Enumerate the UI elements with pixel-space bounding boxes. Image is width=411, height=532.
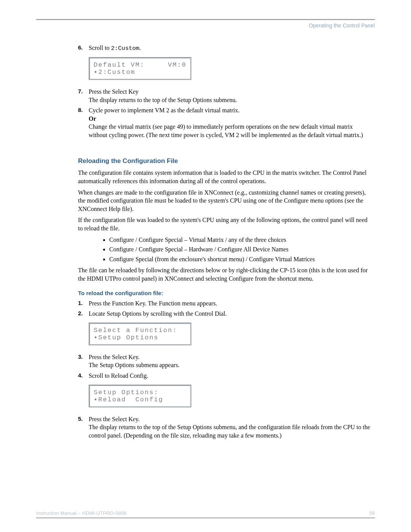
- lcd-text: ▪Setup Options: [94, 334, 159, 341]
- step-number: 2.: [78, 310, 89, 318]
- step-number: 8.: [78, 106, 89, 139]
- lcd-line: Default VM: VM:0: [94, 61, 186, 69]
- step-text: Cycle power to implement VM 2 as the def…: [89, 106, 371, 115]
- step-number: 6.: [78, 44, 89, 53]
- step-text: The display returns to the top of the Se…: [89, 423, 371, 439]
- step-body: Press the Function Key. The Function men…: [89, 299, 371, 308]
- step-body: Cycle power to implement VM 2 as the def…: [89, 106, 371, 139]
- heading-to-reload: To reload the configuration file:: [78, 290, 371, 296]
- header-section-title: Operating the Control Panel: [36, 22, 375, 29]
- step-3: 3. Press the Select Key. The Setup Optio…: [78, 353, 371, 369]
- lcd-line: ▪2:Custom: [94, 69, 186, 76]
- step-text: Scroll to: [89, 45, 111, 51]
- step-body: Press the Select Key The display returns…: [89, 88, 371, 104]
- lcd-display-1: Default VM: VM:0 ▪2:Custom: [89, 57, 191, 80]
- footer-rule: [36, 518, 375, 518]
- lcd-line: ▪Setup Options: [94, 334, 186, 341]
- lcd-text-right: VM:0: [168, 61, 186, 69]
- step-text: The Setup Options submenu appears.: [89, 361, 371, 369]
- step-4: 4. Scroll to Reload Config.: [78, 372, 371, 380]
- lcd-display-3: Setup Options: ▪Reload Config: [89, 385, 191, 407]
- step-number: 3.: [78, 353, 89, 369]
- code-inline: 2:Custom: [111, 45, 139, 52]
- step-7: 7. Press the Select Key The display retu…: [78, 88, 371, 104]
- lcd-text-left: Default VM:: [94, 61, 145, 69]
- step-text: The display returns to the top of the Se…: [89, 96, 371, 104]
- step-body: Locate Setup Options by scrolling with t…: [89, 310, 371, 318]
- step-5: 5. Press the Select Key. The display ret…: [78, 415, 371, 440]
- step-number: 4.: [78, 372, 89, 380]
- step-number: 7.: [78, 88, 89, 104]
- bullet-list: Configure / Configure Special – Virtual …: [109, 236, 371, 264]
- content: 6. Scroll to 2:Custom. Default VM: VM:0 …: [36, 44, 375, 439]
- lcd-text: Setup Options:: [94, 389, 159, 396]
- page: Operating the Control Panel 6. Scroll to…: [0, 0, 411, 457]
- lcd-text: ▪Reload Config: [94, 396, 163, 403]
- lcd-line: Setup Options:: [94, 389, 186, 396]
- lcd-text: Select a Function:: [94, 327, 177, 334]
- lcd-display-2: Select a Function: ▪Setup Options: [89, 323, 191, 345]
- footer-left: Instruction Manual – HDMI-UTPRO-0808: [36, 510, 126, 516]
- step-text-tail: .: [139, 45, 141, 51]
- paragraph: The configuration file contains system i…: [78, 169, 371, 185]
- or-label: Or: [89, 115, 371, 123]
- list-item: Configure Special (from the enclosure's …: [109, 255, 371, 264]
- header-rule: [36, 19, 375, 20]
- step-6: 6. Scroll to 2:Custom.: [78, 44, 371, 53]
- step-1: 1. Press the Function Key. The Function …: [78, 299, 371, 308]
- paragraph: If the configuration file was loaded to …: [78, 216, 371, 232]
- step-text: Press the Select Key.: [89, 415, 371, 423]
- step-body: Scroll to Reload Config.: [89, 372, 371, 380]
- heading-reloading: Reloading the Configuration File: [78, 157, 371, 165]
- lcd-line: ▪Reload Config: [94, 396, 186, 403]
- list-item: Configure / Configure Special – Hardware…: [109, 245, 371, 254]
- step-body: Press the Select Key. The display return…: [89, 415, 371, 440]
- footer-page-number: 58: [370, 510, 375, 516]
- step-text: Press the Select Key.: [89, 353, 371, 361]
- step-body: Scroll to 2:Custom.: [89, 44, 371, 53]
- step-number: 5.: [78, 415, 89, 440]
- list-item: Configure / Configure Special – Virtual …: [109, 236, 371, 244]
- lcd-line: Select a Function:: [94, 327, 186, 334]
- page-footer: Instruction Manual – HDMI-UTPRO-0808 58: [36, 510, 375, 518]
- lcd-text: ▪2:Custom: [94, 69, 135, 76]
- step-text: Change the virtual matrix (see page 49) …: [89, 123, 371, 139]
- paragraph: When changes are made to the configurati…: [78, 189, 371, 213]
- step-2: 2. Locate Setup Options by scrolling wit…: [78, 310, 371, 318]
- paragraph: The file can be reloaded by following th…: [78, 266, 371, 283]
- step-8: 8. Cycle power to implement VM 2 as the …: [78, 106, 371, 139]
- step-number: 1.: [78, 299, 89, 308]
- step-text: Press the Select Key: [89, 88, 371, 96]
- step-body: Press the Select Key. The Setup Options …: [89, 353, 371, 369]
